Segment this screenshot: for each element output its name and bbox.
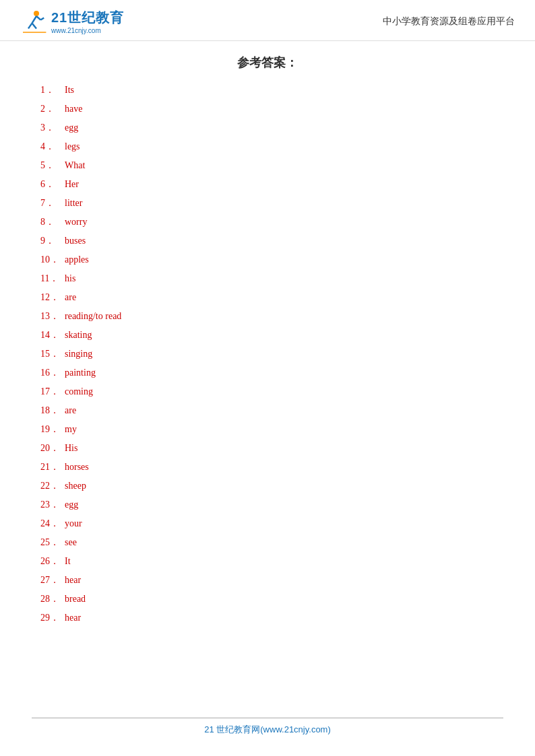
item-answer: painting (65, 368, 96, 378)
logo-icon (20, 8, 47, 35)
item-answer: have (65, 104, 82, 114)
svg-point-0 (34, 11, 39, 16)
item-answer: litter (65, 198, 82, 209)
item-answer: sheep (65, 481, 86, 491)
svg-line-4 (36, 16, 40, 20)
answer-item: 5．What (40, 160, 495, 172)
item-answer: Her (65, 179, 79, 190)
item-answer: my (65, 424, 77, 435)
answer-item: 28．bread (40, 593, 495, 605)
item-answer: are (65, 405, 76, 416)
item-answer: your (65, 518, 82, 529)
item-answer: see (65, 537, 77, 548)
svg-line-1 (32, 16, 36, 23)
answer-item: 8．worry (40, 216, 495, 228)
answer-item: 23．egg (40, 499, 495, 511)
item-number: 4． (40, 141, 65, 153)
svg-line-5 (40, 18, 44, 20)
item-answer: egg (65, 500, 78, 510)
item-number: 29． (40, 612, 65, 624)
answer-item: 21．horses (40, 461, 495, 473)
answer-item: 13．reading/to read (40, 310, 495, 322)
item-number: 28． (40, 593, 65, 605)
item-number: 25． (40, 537, 65, 549)
footer: 21 世纪教育网(www.21cnjy.com) (0, 718, 535, 736)
item-number: 24． (40, 518, 65, 530)
item-answer: horses (65, 462, 89, 473)
answer-list: 1．Its2．have3．egg4．legs5．What6．Her7．litte… (40, 84, 495, 624)
logo-text: 21世纪教育 www.21cnjy.com (51, 9, 124, 34)
answer-item: 15．singing (40, 348, 495, 360)
answer-item: 24．your (40, 518, 495, 530)
item-number: 14． (40, 329, 65, 341)
answer-item: 18．are (40, 405, 495, 417)
item-number: 21． (40, 461, 65, 473)
item-answer: coming (65, 386, 93, 397)
item-answer: buses (65, 236, 86, 246)
header: 21世纪教育 www.21cnjy.com 中小学教育资源及组卷应用平台 (0, 0, 535, 41)
svg-line-3 (32, 23, 36, 28)
answer-item: 2．have (40, 103, 495, 115)
item-answer: worry (65, 217, 87, 228)
item-number: 12． (40, 291, 65, 304)
item-number: 5． (40, 160, 65, 172)
item-number: 17． (40, 386, 65, 398)
main-content: 参考答案： 1．Its2．have3．egg4．legs5．What6．Her7… (0, 41, 535, 671)
item-number: 3． (40, 122, 65, 134)
item-answer: reading/to read (65, 311, 121, 322)
item-answer: It (65, 556, 71, 567)
item-number: 26． (40, 555, 65, 568)
platform-label: 中小学教育资源及组卷应用平台 (383, 15, 515, 28)
answer-item: 20．His (40, 442, 495, 454)
answer-item: 6．Her (40, 178, 495, 191)
item-number: 20． (40, 442, 65, 454)
logo-area: 21世纪教育 www.21cnjy.com (20, 8, 124, 35)
item-answer: skating (65, 330, 92, 341)
item-number: 11． (40, 273, 65, 285)
item-number: 2． (40, 103, 65, 115)
answer-item: 22．sheep (40, 480, 495, 492)
answer-item: 7．litter (40, 197, 495, 209)
answer-item: 9．buses (40, 235, 495, 247)
item-answer: his (65, 273, 75, 284)
item-number: 1． (40, 84, 65, 96)
footer-text: 21 世纪教育网(www.21cnjy.com) (204, 724, 331, 736)
answer-item: 4．legs (40, 141, 495, 153)
answer-item: 10．apples (40, 254, 495, 266)
logo-title: 21世纪教育 (51, 9, 124, 27)
item-answer: egg (65, 123, 78, 133)
item-answer: are (65, 292, 76, 303)
answer-item: 27．hear (40, 574, 495, 586)
item-number: 10． (40, 254, 65, 266)
item-number: 19． (40, 423, 65, 436)
item-answer: hear (65, 575, 81, 586)
item-answer: bread (65, 594, 86, 605)
svg-line-2 (28, 23, 32, 28)
answer-item: 1．Its (40, 84, 495, 96)
page-title: 参考答案： (40, 55, 495, 71)
item-number: 22． (40, 480, 65, 492)
answer-item: 14．skating (40, 329, 495, 341)
logo-subtitle: www.21cnjy.com (51, 27, 101, 34)
item-answer: hear (65, 613, 81, 623)
item-number: 16． (40, 367, 65, 379)
item-number: 15． (40, 348, 65, 360)
answer-item: 12．are (40, 291, 495, 304)
footer-divider (32, 718, 503, 718)
item-number: 6． (40, 178, 65, 191)
answer-item: 19．my (40, 423, 495, 436)
answer-item: 3．egg (40, 122, 495, 134)
answer-item: 16．painting (40, 367, 495, 379)
item-answer: Its (65, 85, 74, 96)
answer-item: 25．see (40, 537, 495, 549)
item-number: 18． (40, 405, 65, 417)
item-answer: legs (65, 141, 80, 152)
item-number: 23． (40, 499, 65, 511)
item-number: 8． (40, 216, 65, 228)
item-number: 9． (40, 235, 65, 247)
item-answer: His (65, 443, 77, 454)
item-number: 13． (40, 310, 65, 322)
answer-item: 26．It (40, 555, 495, 568)
item-number: 27． (40, 574, 65, 586)
answer-item: 29．hear (40, 612, 495, 624)
